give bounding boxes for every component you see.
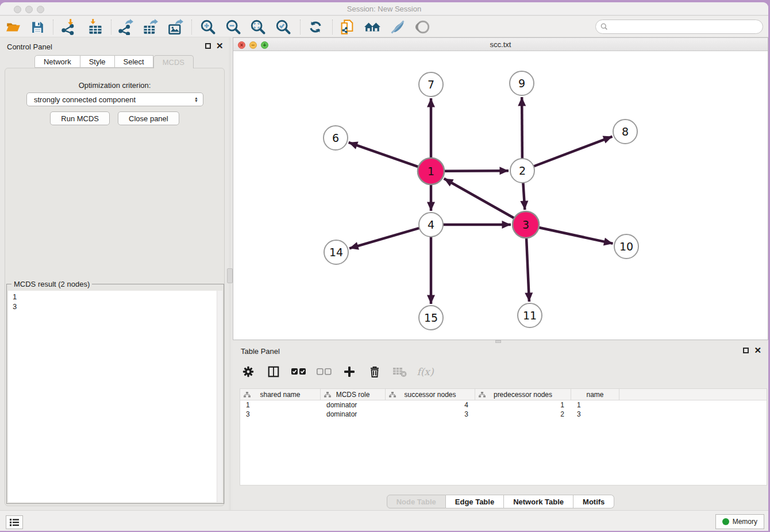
export-table-button[interactable] <box>141 18 159 36</box>
zoom-in-button[interactable] <box>199 18 217 36</box>
tab-select[interactable]: Select <box>115 55 153 68</box>
import-table-button[interactable] <box>87 18 104 36</box>
toolbar-separator <box>111 20 111 34</box>
zoom-fit-button[interactable] <box>249 18 267 36</box>
edge-3-10[interactable] <box>538 227 613 243</box>
save-session-button[interactable] <box>29 18 46 36</box>
tab-edge-table[interactable]: Edge Table <box>446 495 504 508</box>
split-columns-button[interactable] <box>265 363 282 380</box>
column-header-shared-name[interactable]: shared name <box>240 389 321 400</box>
table-cell[interactable]: 3 <box>240 410 321 419</box>
memory-button[interactable]: Memory <box>715 514 764 529</box>
table-cell[interactable]: dominator <box>321 410 386 419</box>
sort-column-icon[interactable] <box>244 392 251 398</box>
graph-node-15[interactable]: 15 <box>419 306 443 330</box>
edge-2-8[interactable] <box>533 137 613 167</box>
graph-node-7[interactable]: 7 <box>419 72 443 97</box>
graph-node-4[interactable]: 4 <box>419 213 443 237</box>
divider-handle[interactable] <box>227 268 233 283</box>
first-neighbors-button[interactable] <box>364 18 381 36</box>
graph-node-10[interactable]: 10 <box>614 234 638 259</box>
tab-mcds[interactable]: MCDS <box>153 55 194 68</box>
panel-divider[interactable] <box>229 37 231 510</box>
graph-node-3[interactable]: 3 <box>513 211 539 238</box>
open-session-button[interactable] <box>5 18 22 36</box>
table-cell[interactable]: 3 <box>386 410 475 419</box>
clone-network-button[interactable] <box>338 18 356 36</box>
show-all-columns-button[interactable] <box>290 363 307 380</box>
search-input[interactable] <box>611 23 754 31</box>
table-cell[interactable]: 4 <box>386 400 475 410</box>
edge-3-1[interactable] <box>444 179 515 219</box>
tab-network[interactable]: Network <box>34 55 80 68</box>
hide-all-columns-button[interactable] <box>315 363 333 380</box>
table-cell[interactable]: 1 <box>475 400 571 410</box>
table-row[interactable]: 1dominator411 <box>240 400 767 410</box>
table-row[interactable]: 3dominator323 <box>240 410 767 419</box>
edge-2-9[interactable] <box>522 97 522 160</box>
table-cell[interactable]: 3 <box>571 410 619 419</box>
close-panel-button[interactable]: Close panel <box>118 111 179 125</box>
birds-eye-view-button[interactable] <box>414 18 432 36</box>
table-settings-button[interactable] <box>240 363 257 380</box>
edge-2-3[interactable] <box>523 182 525 210</box>
tab-node-table[interactable]: Node Table <box>387 495 446 508</box>
table-cell[interactable]: dominator <box>321 400 386 410</box>
refresh-button[interactable] <box>307 18 324 36</box>
graph-node-11[interactable]: 11 <box>518 303 542 327</box>
float-panel-icon[interactable] <box>205 43 211 49</box>
node-label: 10 <box>619 240 633 253</box>
edge-3-11[interactable] <box>526 237 529 302</box>
table-cell[interactable]: 1 <box>571 400 619 410</box>
add-column-button[interactable] <box>341 363 358 380</box>
task-list-icon <box>10 518 19 526</box>
column-header-name[interactable]: name <box>571 389 619 400</box>
graph-node-8[interactable]: 8 <box>613 119 637 144</box>
graph-node-1[interactable]: 1 <box>418 158 444 184</box>
network-window-titlebar[interactable]: × − + scc.txt <box>233 38 768 51</box>
tab-motifs[interactable]: Motifs <box>573 495 614 508</box>
optimization-criterion-label: Optimization criterion: <box>5 81 224 90</box>
tab-style[interactable]: Style <box>80 55 115 68</box>
table-cell[interactable]: 1 <box>240 400 321 410</box>
zoom-fit-icon <box>250 19 266 35</box>
export-network-button[interactable] <box>117 18 134 36</box>
delete-table-button[interactable] <box>391 363 409 380</box>
edge-4-14[interactable] <box>349 228 421 248</box>
export-image-button[interactable] <box>167 18 184 36</box>
graph-node-9[interactable]: 9 <box>510 71 534 95</box>
edge-1-2[interactable] <box>443 171 509 171</box>
result-scrollbar[interactable] <box>217 291 222 502</box>
close-table-panel-icon[interactable]: ✕ <box>754 348 761 353</box>
edge-1-6[interactable] <box>349 142 420 167</box>
unchecked-boxes-icon <box>317 368 332 376</box>
close-panel-icon[interactable]: ✕ <box>216 43 224 49</box>
network-graph[interactable]: 7968124314101511 <box>233 51 768 340</box>
delete-column-button[interactable] <box>366 363 383 380</box>
sort-column-icon[interactable] <box>479 392 486 398</box>
sort-column-icon[interactable] <box>389 392 396 398</box>
graph-node-14[interactable]: 14 <box>324 240 348 264</box>
column-header-predecessor-nodes[interactable]: predecessor nodes <box>475 389 571 400</box>
delete-table-icon <box>392 366 407 377</box>
app-title: Session: New Session <box>0 5 768 13</box>
zoom-out-button[interactable] <box>225 18 242 36</box>
tab-network-table[interactable]: Network Table <box>504 495 573 508</box>
task-history-button[interactable] <box>6 515 23 529</box>
run-mcds-button[interactable]: Run MCDS <box>50 111 110 125</box>
zoom-selected-button[interactable] <box>275 18 292 36</box>
column-header-MCDS-role[interactable]: MCDS role <box>321 389 386 400</box>
import-network-button[interactable] <box>60 18 77 36</box>
sort-column-icon[interactable] <box>324 392 331 398</box>
search-field[interactable] <box>595 20 763 34</box>
graphics-details-button[interactable] <box>389 18 406 36</box>
table-cell[interactable]: 2 <box>475 410 571 419</box>
graph-node-6[interactable]: 6 <box>324 126 348 150</box>
network-canvas[interactable]: 7968124314101511 <box>233 51 768 340</box>
function-builder-button[interactable]: f(x) <box>417 363 434 380</box>
column-header-successor-nodes[interactable]: successor nodes <box>386 389 475 400</box>
graph-node-2[interactable]: 2 <box>510 159 534 183</box>
node-table[interactable]: shared nameMCDS rolesuccessor nodesprede… <box>240 388 767 485</box>
float-table-panel-icon[interactable] <box>743 348 749 353</box>
criterion-dropdown[interactable]: strongly connected component ▲▼ <box>26 92 203 106</box>
